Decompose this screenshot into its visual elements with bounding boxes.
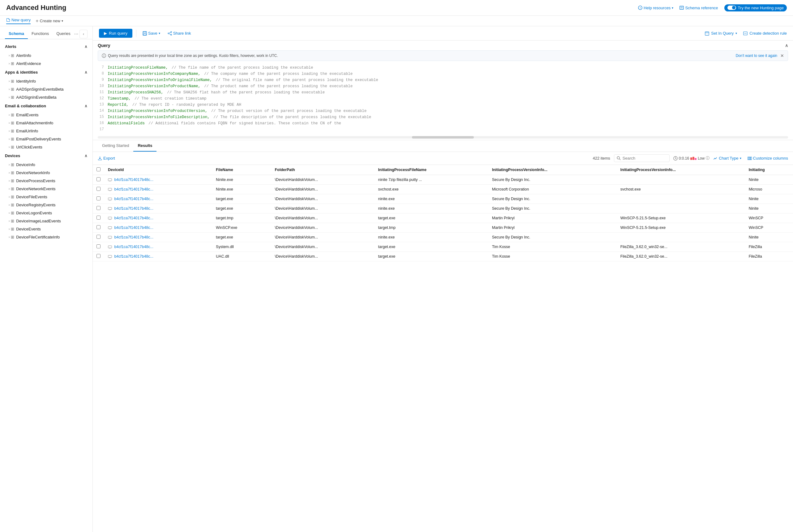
subtoolbar: New query + Create new ▾ bbox=[0, 16, 793, 26]
sidebar-section-header-3[interactable]: Devices∧ bbox=[0, 151, 93, 160]
cell-device-id[interactable]: b4cf1ca7f14017b48c... bbox=[104, 213, 212, 223]
cell-device-id[interactable]: b4cf1ca7f14017b48c... bbox=[104, 223, 212, 233]
chevron-down-icon: ▾ bbox=[61, 19, 63, 23]
sidebar-item-emailattachmentinfo[interactable]: ›⊞EmailAttachmentInfo⋯ bbox=[0, 119, 93, 127]
cell-device-id[interactable]: b4cf1ca7f14017b48c... bbox=[104, 204, 212, 213]
sidebar-item-emailpostdeliveryevents[interactable]: ›⊞EmailPostDeliveryEvents⋯ bbox=[0, 135, 93, 143]
row-checkbox-cell[interactable] bbox=[93, 242, 104, 252]
col-initiating[interactable]: Initiating bbox=[745, 165, 793, 175]
col-filename[interactable]: FileName bbox=[212, 165, 271, 175]
sidebar-item-devicelogonevents[interactable]: ›⊞DeviceLogonEvents⋯ bbox=[0, 209, 93, 217]
sidebar-item-devicefileevents[interactable]: ›⊞DeviceFileEvents⋯ bbox=[0, 193, 93, 201]
select-all-header[interactable] bbox=[93, 165, 104, 175]
sidebar-item-devicefilecertificateinfo[interactable]: ›⊞DeviceFileCertificateInfo⋯ bbox=[0, 233, 93, 241]
cell-device-id[interactable]: b4cf1ca7f14017b48c... bbox=[104, 242, 212, 252]
sidebar-section-header-0[interactable]: Alerts∧ bbox=[0, 42, 93, 51]
row-checkbox-cell[interactable] bbox=[93, 252, 104, 261]
info-bar-close-btn[interactable]: ✕ bbox=[780, 53, 784, 58]
sidebar-collapse-btn[interactable]: ‹ bbox=[79, 30, 88, 38]
row-checkbox-cell[interactable] bbox=[93, 194, 104, 204]
detection-icon bbox=[743, 31, 748, 36]
col-version-info-2[interactable]: InitiatingProcessVersionInfo... bbox=[617, 165, 745, 175]
col-version-info-1[interactable]: InitiatingProcessVersionInfo... bbox=[488, 165, 617, 175]
table-header-row: DeviceId FileName FolderPath InitiatingP… bbox=[93, 165, 793, 175]
sidebar-item-deviceinfo[interactable]: ›⊞DeviceInfo⋯ bbox=[0, 160, 93, 169]
table-row: b4cf1ca7f14017b48c... Ninite.exe \Device… bbox=[93, 175, 793, 185]
sidebar-item-emailurlinfo[interactable]: ›⊞EmailUrlInfo⋯ bbox=[0, 127, 93, 135]
sidebar-item-urlclickevents[interactable]: ›⊞UrlClickEvents⋯ bbox=[0, 143, 93, 151]
help-resources-btn[interactable]: ? Help resources ▾ bbox=[638, 5, 673, 10]
sidebar-item-deviceevents[interactable]: ›⊞DeviceEvents⋯ bbox=[0, 225, 93, 233]
sidebar-item-alertevidence[interactable]: ›⊞AlertEvidence⋯ bbox=[0, 59, 93, 68]
svg-rect-33 bbox=[108, 188, 112, 191]
schema-reference-btn[interactable]: Schema reference bbox=[679, 5, 718, 10]
cell-initiating: FileZilla bbox=[745, 242, 793, 252]
svg-rect-39 bbox=[108, 208, 112, 210]
tab-queries[interactable]: Queries bbox=[53, 29, 74, 39]
sidebar-item-identityinfo[interactable]: ›⊞IdentityInfo⋯ bbox=[0, 77, 93, 85]
time-info-icon[interactable]: ⓘ bbox=[706, 156, 710, 161]
sidebar-section-header-1[interactable]: Apps & identities∧ bbox=[0, 68, 93, 77]
tab-schema[interactable]: Schema bbox=[5, 29, 28, 39]
main-layout: Schema Functions Queries ··· ‹ Alerts∧›⊞… bbox=[0, 26, 793, 532]
save-button[interactable]: Save ▾ bbox=[140, 29, 163, 37]
query-collapse-btn[interactable]: ∧ bbox=[785, 43, 788, 48]
row-checkbox-cell[interactable] bbox=[93, 233, 104, 242]
col-folderpath[interactable]: FolderPath bbox=[271, 165, 374, 175]
tab-results[interactable]: Results bbox=[133, 140, 156, 152]
customize-columns-button[interactable]: Customize columns bbox=[748, 156, 788, 160]
sidebar-item-devicenetworkevents[interactable]: ›⊞DeviceNetworkEvents⋯ bbox=[0, 185, 93, 193]
horizontal-scrollbar[interactable] bbox=[98, 136, 788, 138]
row-checkbox-cell[interactable] bbox=[93, 185, 104, 194]
try-new-btn[interactable]: Try the new Hunting page bbox=[724, 4, 787, 12]
sidebar-item-emailevents[interactable]: ›⊞EmailEvents⋯ bbox=[0, 111, 93, 119]
item-label: EmailEvents bbox=[16, 113, 83, 117]
sidebar-item-deviceprocessevents[interactable]: ›⊞DeviceProcessEvents⋯ bbox=[0, 177, 93, 185]
row-checkbox-cell[interactable] bbox=[93, 213, 104, 223]
row-checkbox-cell[interactable] bbox=[93, 223, 104, 233]
table-icon: ⊞ bbox=[11, 178, 14, 183]
cell-version-info-2: FileZilla_3.62.0_win32-se... bbox=[617, 242, 745, 252]
device-icon bbox=[108, 187, 112, 191]
table-row: b4cf1ca7f14017b48c... target.tmp \Device… bbox=[93, 213, 793, 223]
row-checkbox-cell[interactable] bbox=[93, 204, 104, 213]
create-new-btn[interactable]: + Create new ▾ bbox=[36, 18, 63, 24]
tab-getting-started[interactable]: Getting Started bbox=[98, 140, 133, 152]
new-query-btn[interactable]: New query bbox=[6, 18, 31, 24]
create-detection-rule-button[interactable]: Create detection rule bbox=[743, 31, 787, 36]
results-table: DeviceId FileName FolderPath InitiatingP… bbox=[93, 165, 793, 261]
set-in-query-button[interactable]: Set In Query ▾ bbox=[705, 31, 737, 36]
sidebar-item-deviceimageloadevents[interactable]: ›⊞DeviceImageLoadEvents⋯ bbox=[0, 217, 93, 225]
sidebar-item-alertinfo[interactable]: ›⊞AlertInfo⋯ bbox=[0, 51, 93, 59]
sidebar-more-btn[interactable]: ··· bbox=[74, 31, 78, 37]
table-row: b4cf1ca7f14017b48c... target.exe \Device… bbox=[93, 233, 793, 242]
cell-device-id[interactable]: b4cf1ca7f14017b48c... bbox=[104, 175, 212, 185]
share-link-button[interactable]: Share link bbox=[165, 29, 194, 37]
search-icon bbox=[617, 156, 621, 160]
row-checkbox-cell[interactable] bbox=[93, 175, 104, 185]
search-input[interactable] bbox=[623, 156, 666, 160]
sidebar-item-deviceregistryevents[interactable]: ›⊞DeviceRegistryEvents⋯ bbox=[0, 201, 93, 209]
export-button[interactable]: Export bbox=[98, 156, 115, 160]
col-device-id[interactable]: DeviceId bbox=[104, 165, 212, 175]
sidebar-item-aadspnsignineventsbeta[interactable]: ›⊞AADSpnSignInEventsBeta⋯ bbox=[0, 85, 93, 93]
cell-device-id[interactable]: b4cf1ca7f14017b48c... bbox=[104, 252, 212, 261]
code-editor[interactable]: 7InitiatingProcessFileName, // The file … bbox=[93, 63, 793, 136]
tab-functions[interactable]: Functions bbox=[28, 29, 53, 39]
cell-device-id[interactable]: b4cf1ca7f14017b48c... bbox=[104, 194, 212, 204]
item-label: AADSpnSignInEventsBeta bbox=[16, 87, 83, 92]
cell-version-info-1: Martin Prikryl bbox=[488, 213, 617, 223]
svg-rect-29 bbox=[750, 157, 752, 159]
sidebar-section-header-2[interactable]: Email & collaboration∧ bbox=[0, 101, 93, 111]
cell-device-id[interactable]: b4cf1ca7f14017b48c... bbox=[104, 233, 212, 242]
time-badge: 0:0.16 Low ⓘ bbox=[673, 156, 710, 161]
dont-show-btn[interactable]: Don't want to see it again bbox=[736, 54, 777, 58]
search-box[interactable] bbox=[614, 154, 670, 162]
chart-type-button[interactable]: Chart Type ▾ bbox=[713, 156, 741, 160]
col-init-filename[interactable]: InitiatingProcessFileName bbox=[374, 165, 488, 175]
sidebar-item-devicenetworkinfo[interactable]: ›⊞DeviceNetworkInfo⋯ bbox=[0, 169, 93, 177]
cell-version-info-2: svchost.exe bbox=[617, 185, 745, 194]
run-query-button[interactable]: ▶ Run query bbox=[99, 29, 132, 38]
sidebar-item-aadsignineventsbeta[interactable]: ›⊞AADSignInEventsBeta⋯ bbox=[0, 93, 93, 101]
cell-device-id[interactable]: b4cf1ca7f14017b48c... bbox=[104, 185, 212, 194]
